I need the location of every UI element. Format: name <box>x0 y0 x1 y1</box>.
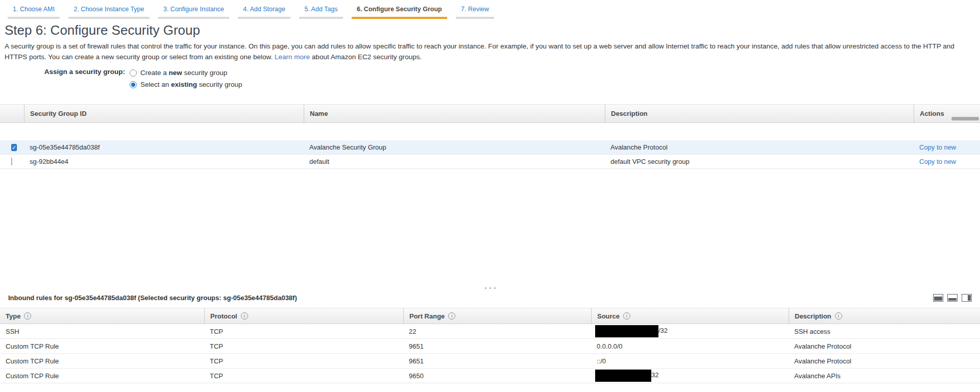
cell-protocol: TCP <box>204 342 403 350</box>
cell-security-group-id: sg-05e35e44785da038f <box>24 143 304 151</box>
description-text-suffix: about Amazon EC2 security groups. <box>312 53 422 61</box>
radio-label: Create a new security group <box>140 69 227 77</box>
security-groups-table: Security Group ID Name Description Actio… <box>0 104 980 169</box>
cell-port-range: 9650 <box>403 372 591 380</box>
info-icon[interactable]: i <box>241 312 248 320</box>
radio-select-existing-group[interactable]: Select an existing security group <box>130 79 242 90</box>
wizard-page: 1. Choose AMI 2. Choose Instance Type 3.… <box>0 0 980 392</box>
copy-to-new-link[interactable]: Copy to new <box>919 158 956 165</box>
info-icon[interactable]: i <box>623 312 630 320</box>
radio-create-new-group[interactable]: Create a new security group <box>130 67 242 79</box>
header-type: Typei <box>0 308 204 324</box>
header-security-group-id: Security Group ID <box>24 105 304 122</box>
cell-security-group-id: sg-92bb44e4 <box>24 158 304 165</box>
table-row[interactable]: sg-92bb44e4 default default VPC security… <box>0 155 980 169</box>
tab-review[interactable]: 7. Review <box>456 4 494 19</box>
cell-protocol: TCP <box>204 372 403 380</box>
row-checkbox-checked[interactable]: ✓ <box>11 144 17 151</box>
cell-description: Avalanche APIs <box>789 372 980 380</box>
inbound-rule-row: SSH TCP 22 /32 SSH access <box>0 324 980 339</box>
header-checkbox-column <box>0 105 24 122</box>
inbound-rules-titlebar: Inbound rules for sg-05e35e44785da038f (… <box>8 292 972 303</box>
cell-source: 32 <box>591 370 789 382</box>
info-icon[interactable]: i <box>448 312 455 320</box>
header-description: Descriptioni <box>789 308 980 324</box>
horizontal-scrollbar-thumb[interactable] <box>951 117 979 120</box>
page-description: A security group is a set of firewall ru… <box>5 41 964 62</box>
table-filter-spacer <box>0 123 980 140</box>
description-text: A security group is a set of firewall ru… <box>5 42 954 61</box>
panel-resize-handle[interactable] <box>0 285 980 291</box>
assign-security-group: Assign a security group: Create a new se… <box>0 67 980 90</box>
cell-port-range: 22 <box>403 328 591 335</box>
layout-split-vertical-icon[interactable] <box>962 294 972 302</box>
drag-dot-icon <box>485 287 486 289</box>
inbound-rule-row: Custom TCP Rule TCP 9651 0.0.0.0/0 Avala… <box>0 339 980 354</box>
drag-dot-icon <box>489 287 491 289</box>
cell-type: Custom TCP Rule <box>0 342 204 350</box>
tab-choose-ami[interactable]: 1. Choose AMI <box>8 4 60 19</box>
wizard-step-tabs: 1. Choose AMI 2. Choose Instance Type 3.… <box>0 0 980 19</box>
inbound-rule-row: Custom TCP Rule TCP 9651 ::/0 Avalanche … <box>0 354 980 369</box>
tab-add-storage[interactable]: 4. Add Storage <box>238 4 290 19</box>
header-port-range: Port Rangei <box>403 308 591 324</box>
info-icon[interactable]: i <box>24 312 31 320</box>
header-protocol: Protocoli <box>204 308 403 324</box>
cell-protocol: TCP <box>204 328 403 335</box>
copy-to-new-link[interactable]: Copy to new <box>919 143 956 151</box>
tab-configure-security-group[interactable]: 6. Configure Security Group <box>352 4 447 19</box>
cell-port-range: 9651 <box>403 342 591 350</box>
header-description: Description <box>605 105 914 122</box>
cell-type: Custom TCP Rule <box>0 357 204 365</box>
cell-name: default <box>304 158 605 165</box>
cell-port-range: 9651 <box>403 357 591 365</box>
cell-protocol: TCP <box>204 357 403 365</box>
redacted-ip-block <box>595 370 651 382</box>
learn-more-link[interactable]: Learn more <box>275 53 310 61</box>
radio-label: Select an existing security group <box>140 81 242 88</box>
cell-name: Avalanche Security Group <box>304 143 605 151</box>
cell-description: Avalanche Protocol <box>789 357 980 365</box>
view-layout-toggles <box>929 294 972 302</box>
assign-security-group-label: Assign a security group: <box>0 67 125 90</box>
cell-description: Avalanche Protocol <box>789 342 980 350</box>
page-title: Step 6: Configure Security Group <box>5 22 980 38</box>
row-checkbox-unchecked[interactable] <box>11 158 12 165</box>
tab-configure-instance[interactable]: 3. Configure Instance <box>158 4 229 19</box>
inbound-table-header: Typei Protocoli Port Rangei Sourcei Desc… <box>0 308 980 324</box>
radio-circle-icon[interactable] <box>130 69 137 77</box>
tab-add-tags[interactable]: 5. Add Tags <box>299 4 342 19</box>
tab-choose-instance-type[interactable]: 2. Choose Instance Type <box>68 4 149 19</box>
cell-source: 0.0.0.0/0 <box>591 342 789 350</box>
drag-dot-icon <box>494 287 496 289</box>
inbound-rule-row: Custom TCP Rule TCP 9650 32 Avalanche AP… <box>0 369 980 383</box>
cell-source: ::/0 <box>591 357 789 365</box>
cell-type: SSH <box>0 328 204 335</box>
cell-description: SSH access <box>789 328 980 335</box>
inbound-rules-table: Typei Protocoli Port Rangei Sourcei Desc… <box>0 308 980 383</box>
cell-type: Custom TCP Rule <box>0 372 204 380</box>
cell-source: /32 <box>591 325 789 337</box>
cell-description: default VPC security group <box>605 158 914 165</box>
header-name: Name <box>304 105 605 122</box>
layout-split-horizontal-icon[interactable] <box>947 294 958 302</box>
info-icon[interactable]: i <box>835 312 842 320</box>
redacted-ip-block <box>595 325 658 337</box>
empty-table-area <box>0 169 980 285</box>
cell-description: Avalanche Protocol <box>605 143 914 151</box>
radio-circle-selected-icon[interactable] <box>130 81 137 88</box>
table-row[interactable]: ✓ sg-05e35e44785da038f Avalanche Securit… <box>0 140 980 155</box>
inbound-rules-title: Inbound rules for sg-05e35e44785da038f (… <box>8 294 297 302</box>
security-groups-table-header: Security Group ID Name Description Actio… <box>0 104 980 123</box>
layout-full-icon[interactable] <box>933 294 943 302</box>
header-source: Sourcei <box>591 308 789 324</box>
